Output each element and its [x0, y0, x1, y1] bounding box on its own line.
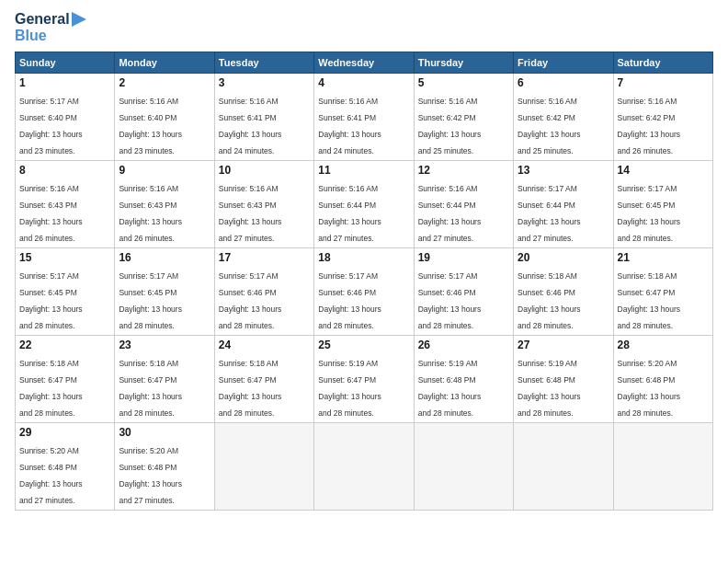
day-number: 22 [19, 339, 110, 351]
day-info: Sunrise: 5:18 AMSunset: 6:47 PMDaylight:… [219, 359, 282, 418]
calendar-day-20: 20Sunrise: 5:18 AMSunset: 6:46 PMDayligh… [514, 248, 613, 336]
day-number: 29 [19, 426, 110, 439]
day-info: Sunrise: 5:16 AMSunset: 6:42 PMDaylight:… [418, 97, 482, 155]
day-info: Sunrise: 5:16 AMSunset: 6:42 PMDaylight:… [518, 97, 581, 155]
header-saturday: Saturday [613, 52, 712, 74]
calendar-day-empty [514, 423, 613, 511]
day-info: Sunrise: 5:17 AMSunset: 6:45 PMDaylight:… [119, 271, 182, 330]
calendar-day-3: 3Sunrise: 5:16 AMSunset: 6:41 PMDaylight… [214, 74, 313, 161]
day-number: 25 [318, 339, 409, 351]
week-row-4: 22Sunrise: 5:18 AMSunset: 6:47 PMDayligh… [16, 336, 713, 423]
day-number: 19 [418, 251, 509, 264]
calendar-day-11: 11Sunrise: 5:16 AMSunset: 6:44 PMDayligh… [314, 161, 414, 248]
day-number: 16 [119, 251, 210, 264]
header: GeneralBlue [15, 11, 713, 44]
day-info: Sunrise: 5:16 AMSunset: 6:44 PMDaylight:… [318, 184, 381, 243]
calendar-day-21: 21Sunrise: 5:18 AMSunset: 6:47 PMDayligh… [613, 248, 712, 336]
week-row-3: 15Sunrise: 5:17 AMSunset: 6:45 PMDayligh… [16, 248, 713, 336]
day-info: Sunrise: 5:16 AMSunset: 6:40 PMDaylight:… [119, 97, 182, 155]
day-info: Sunrise: 5:18 AMSunset: 6:47 PMDaylight:… [618, 271, 681, 330]
day-number: 24 [219, 339, 310, 351]
day-number: 18 [318, 251, 409, 264]
day-info: Sunrise: 5:16 AMSunset: 6:44 PMDaylight:… [418, 184, 482, 243]
calendar-table: SundayMondayTuesdayWednesdayThursdayFrid… [15, 52, 713, 511]
calendar-day-27: 27Sunrise: 5:19 AMSunset: 6:48 PMDayligh… [514, 336, 613, 423]
calendar-day-7: 7Sunrise: 5:16 AMSunset: 6:42 PMDaylight… [613, 74, 712, 161]
svg-marker-0 [72, 12, 86, 27]
day-info: Sunrise: 5:16 AMSunset: 6:43 PMDaylight:… [119, 184, 182, 243]
header-monday: Monday [115, 52, 214, 74]
day-number: 21 [618, 251, 709, 264]
day-number: 10 [219, 164, 310, 177]
calendar-day-empty [314, 423, 414, 511]
calendar-day-6: 6Sunrise: 5:16 AMSunset: 6:42 PMDaylight… [514, 74, 613, 161]
day-info: Sunrise: 5:19 AMSunset: 6:48 PMDaylight:… [418, 359, 482, 418]
day-info: Sunrise: 5:20 AMSunset: 6:48 PMDaylight:… [618, 359, 681, 418]
day-number: 17 [219, 251, 310, 264]
day-info: Sunrise: 5:18 AMSunset: 6:47 PMDaylight:… [119, 359, 182, 418]
day-info: Sunrise: 5:19 AMSunset: 6:47 PMDaylight:… [318, 359, 381, 418]
calendar-day-24: 24Sunrise: 5:18 AMSunset: 6:47 PMDayligh… [214, 336, 313, 423]
calendar-day-22: 22Sunrise: 5:18 AMSunset: 6:47 PMDayligh… [16, 336, 115, 423]
day-number: 15 [19, 251, 110, 264]
calendar-day-28: 28Sunrise: 5:20 AMSunset: 6:48 PMDayligh… [613, 336, 712, 423]
day-number: 6 [518, 76, 609, 89]
calendar-day-5: 5Sunrise: 5:16 AMSunset: 6:42 PMDaylight… [414, 74, 513, 161]
day-number: 13 [518, 164, 609, 177]
day-info: Sunrise: 5:17 AMSunset: 6:44 PMDaylight:… [518, 184, 581, 243]
day-number: 8 [19, 164, 110, 177]
day-info: Sunrise: 5:17 AMSunset: 6:45 PMDaylight:… [19, 271, 83, 330]
calendar-day-12: 12Sunrise: 5:16 AMSunset: 6:44 PMDayligh… [414, 161, 513, 248]
day-number: 27 [518, 339, 609, 351]
day-number: 1 [19, 76, 110, 89]
day-info: Sunrise: 5:17 AMSunset: 6:45 PMDaylight:… [618, 184, 681, 243]
header-tuesday: Tuesday [214, 52, 313, 74]
day-number: 28 [618, 339, 709, 351]
calendar-day-23: 23Sunrise: 5:18 AMSunset: 6:47 PMDayligh… [115, 336, 214, 423]
day-number: 7 [618, 76, 709, 89]
week-row-1: 1Sunrise: 5:17 AMSunset: 6:40 PMDaylight… [16, 74, 713, 161]
header-wednesday: Wednesday [314, 52, 414, 74]
calendar-day-13: 13Sunrise: 5:17 AMSunset: 6:44 PMDayligh… [514, 161, 613, 248]
page: GeneralBlue SundayMondayTuesdayWednesday… [0, 0, 728, 563]
day-number: 30 [119, 426, 210, 439]
logo: GeneralBlue [15, 11, 86, 44]
day-number: 3 [219, 76, 310, 89]
day-info: Sunrise: 5:17 AMSunset: 6:46 PMDaylight:… [418, 271, 482, 330]
day-number: 20 [518, 251, 609, 264]
calendar-day-9: 9Sunrise: 5:16 AMSunset: 6:43 PMDaylight… [115, 161, 214, 248]
logo-text: GeneralBlue [15, 11, 86, 44]
calendar-day-4: 4Sunrise: 5:16 AMSunset: 6:41 PMDaylight… [314, 74, 414, 161]
day-info: Sunrise: 5:16 AMSunset: 6:41 PMDaylight:… [318, 97, 381, 155]
header-sunday: Sunday [16, 52, 115, 74]
calendar-day-2: 2Sunrise: 5:16 AMSunset: 6:40 PMDaylight… [115, 74, 214, 161]
calendar-day-16: 16Sunrise: 5:17 AMSunset: 6:45 PMDayligh… [115, 248, 214, 336]
day-info: Sunrise: 5:16 AMSunset: 6:41 PMDaylight:… [219, 97, 282, 155]
calendar-day-19: 19Sunrise: 5:17 AMSunset: 6:46 PMDayligh… [414, 248, 513, 336]
day-number: 12 [418, 164, 509, 177]
day-info: Sunrise: 5:16 AMSunset: 6:42 PMDaylight:… [618, 97, 681, 155]
day-number: 9 [119, 164, 210, 177]
calendar-day-empty [214, 423, 313, 511]
day-info: Sunrise: 5:16 AMSunset: 6:43 PMDaylight:… [19, 184, 83, 243]
day-number: 26 [418, 339, 509, 351]
calendar-day-25: 25Sunrise: 5:19 AMSunset: 6:47 PMDayligh… [314, 336, 414, 423]
day-info: Sunrise: 5:17 AMSunset: 6:46 PMDaylight:… [318, 271, 381, 330]
day-info: Sunrise: 5:17 AMSunset: 6:40 PMDaylight:… [19, 97, 83, 155]
day-number: 23 [119, 339, 210, 351]
calendar-day-empty [613, 423, 712, 511]
calendar-day-18: 18Sunrise: 5:17 AMSunset: 6:46 PMDayligh… [314, 248, 414, 336]
calendar-day-15: 15Sunrise: 5:17 AMSunset: 6:45 PMDayligh… [16, 248, 115, 336]
day-info: Sunrise: 5:18 AMSunset: 6:47 PMDaylight:… [19, 359, 83, 418]
day-info: Sunrise: 5:20 AMSunset: 6:48 PMDaylight:… [19, 446, 83, 505]
calendar-day-30: 30Sunrise: 5:20 AMSunset: 6:48 PMDayligh… [115, 423, 214, 511]
day-info: Sunrise: 5:17 AMSunset: 6:46 PMDaylight:… [219, 271, 282, 330]
day-number: 14 [618, 164, 709, 177]
day-number: 5 [418, 76, 509, 89]
day-info: Sunrise: 5:19 AMSunset: 6:48 PMDaylight:… [518, 359, 581, 418]
calendar-day-empty [414, 423, 513, 511]
day-number: 4 [318, 76, 409, 89]
calendar-day-8: 8Sunrise: 5:16 AMSunset: 6:43 PMDaylight… [16, 161, 115, 248]
calendar-day-26: 26Sunrise: 5:19 AMSunset: 6:48 PMDayligh… [414, 336, 513, 423]
day-info: Sunrise: 5:18 AMSunset: 6:46 PMDaylight:… [518, 271, 581, 330]
